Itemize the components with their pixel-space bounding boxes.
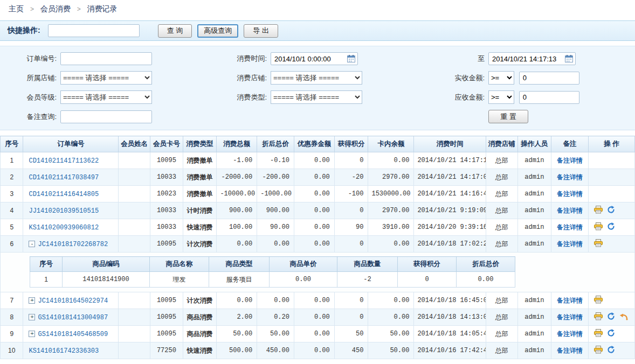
own-shop-select[interactable]: ===== 请选择 =====	[60, 71, 152, 85]
revoke-icon[interactable]	[607, 329, 615, 339]
print-icon[interactable]	[594, 239, 603, 249]
export-button[interactable]: 导 出	[244, 24, 278, 38]
note-detail-link[interactable]: 备注详情	[557, 207, 583, 214]
due-amount-input[interactable]	[519, 91, 579, 104]
order-number-link[interactable]: GS1410181405468509	[38, 331, 108, 338]
breadcrumb-separator: >	[77, 5, 81, 13]
order-number-link[interactable]: JC1410181645022974	[38, 297, 108, 305]
breadcrumb-current-page: 消费记录	[87, 4, 118, 13]
operator-cell: admin	[517, 186, 551, 202]
consume-type-cell: 消费撤单	[183, 152, 217, 169]
discounted-cell: 900.00	[257, 202, 294, 219]
real-amount-operator-select[interactable]: >=	[488, 71, 514, 85]
total-cell: 100.00	[217, 219, 257, 236]
consume-time-from-input[interactable]	[271, 52, 358, 65]
seq-cell: 4	[1, 202, 23, 219]
footer-bar: 当前第1/2页 共12条记录 每页10条 首页上一页12下一页尾页 转到 1 页…	[0, 359, 635, 364]
order-number-link[interactable]: KS1410161742336303	[29, 347, 99, 355]
sub-column-header: 序号	[30, 257, 63, 272]
operator-cell: admin	[517, 326, 551, 342]
product-detail-table: 序号商品编码商品名称商品类型商品单价商品数量获得积分折后总价1141018141…	[30, 256, 515, 288]
balance-cell: 3910.00	[368, 219, 414, 236]
print-icon[interactable]	[594, 346, 603, 355]
query-button[interactable]: 查 询	[158, 24, 192, 38]
consume-type-cell: 消费撤单	[183, 186, 217, 202]
table-row: 6-JC141018170226878210095计次消费0.000.000.0…	[1, 236, 635, 253]
note-detail-link[interactable]: 备注详情	[557, 240, 583, 248]
consume-shop-select[interactable]: ===== 请选择 =====	[271, 71, 362, 85]
column-header: 消费店铺	[486, 136, 517, 152]
order-number-link[interactable]: CD1410211417038497	[29, 174, 99, 181]
shop-cell: 总部	[486, 326, 517, 342]
sub-table-data-row: 1141018141900理发服务项目0.00-200.00	[30, 272, 515, 288]
order-no-input[interactable]	[60, 52, 152, 65]
revoke-icon[interactable]	[607, 222, 615, 232]
breadcrumb-home[interactable]: 主页	[9, 4, 24, 13]
revoke-icon[interactable]	[607, 346, 615, 355]
table-row: 5KS141020093906081210033快速消费100.0090.000…	[1, 219, 635, 236]
table-row: 1CD141021141711362210095消费撤单-1.00-0.100.…	[1, 152, 635, 169]
points-cell: 0	[334, 309, 368, 326]
note-cell: 备注详情	[551, 292, 589, 309]
reset-button[interactable]: 重 置	[488, 110, 528, 123]
note-cell: 备注详情	[551, 309, 589, 326]
order-number-link[interactable]: JC1410181702268782	[38, 241, 108, 248]
note-detail-link[interactable]: 备注详情	[557, 190, 583, 198]
consumption-table-body: 1CD141021141711362210095消费撤单-1.00-0.100.…	[1, 152, 635, 359]
advanced-query-button[interactable]: 高级查询	[197, 24, 238, 38]
note-detail-link[interactable]: 备注详情	[557, 347, 583, 354]
sub-table-header-row: 序号商品编码商品名称商品类型商品单价商品数量获得积分折后总价	[30, 257, 515, 272]
operator-cell: admin	[517, 342, 551, 359]
order-number-link[interactable]: CD1410211416414805	[29, 191, 99, 198]
expand-icon[interactable]: +	[29, 331, 35, 337]
card-no-cell: 10033	[150, 169, 183, 186]
note-cell: 备注详情	[551, 169, 589, 186]
member-name-cell	[119, 202, 150, 219]
calendar-icon[interactable]	[347, 55, 355, 64]
table-row: 9+GS141018140546850910095商品消费50.0050.000…	[1, 326, 635, 342]
coupon-cell: 0.00	[294, 169, 334, 186]
print-icon[interactable]	[594, 222, 603, 232]
note-detail-link[interactable]: 备注详情	[557, 297, 583, 304]
member-level-label: 会员等级:	[0, 93, 60, 102]
collapse-icon[interactable]: -	[29, 241, 35, 247]
card-no-cell: 77250	[150, 342, 183, 359]
column-header: 会员姓名	[119, 136, 150, 152]
real-amount-input[interactable]	[519, 72, 579, 85]
note-detail-link[interactable]: 备注详情	[557, 157, 583, 164]
points-cell: 0	[334, 152, 368, 169]
note-query-input[interactable]	[60, 110, 152, 123]
expand-icon[interactable]: +	[29, 297, 35, 304]
consume-type-select[interactable]: ===== 请选择 =====	[271, 90, 362, 104]
expand-icon[interactable]: +	[29, 314, 35, 320]
member-level-select[interactable]: ===== 请选择 =====	[60, 90, 152, 104]
calendar-icon[interactable]	[565, 55, 573, 64]
revoke-icon[interactable]	[607, 312, 615, 322]
print-icon[interactable]	[594, 206, 603, 215]
note-detail-link[interactable]: 备注详情	[557, 313, 583, 321]
quick-search-input[interactable]	[48, 24, 140, 37]
breadcrumb-member-consume[interactable]: 会员消费	[40, 4, 71, 13]
table-row: 8+GS141018141300498710095商品消费2.000.200.0…	[1, 309, 635, 326]
order-number-link[interactable]: GS1410181413004987	[38, 314, 108, 321]
print-icon[interactable]	[594, 296, 603, 305]
revoke-icon[interactable]	[607, 206, 615, 215]
order-number-link[interactable]: KS1410200939060812	[29, 224, 99, 232]
consume-time-to-input[interactable]	[488, 52, 576, 65]
print-icon[interactable]	[594, 329, 603, 339]
balance-cell: 0.00	[368, 309, 414, 326]
due-amount-operator-select[interactable]: >=	[488, 90, 514, 104]
note-detail-link[interactable]: 备注详情	[557, 330, 583, 338]
order-number-link[interactable]: CD1410211417113622	[29, 157, 99, 165]
note-detail-link[interactable]: 备注详情	[557, 173, 583, 181]
operations-cell	[588, 236, 634, 253]
discounted-cell: -0.10	[257, 152, 294, 169]
coupon-cell: 0.00	[294, 326, 334, 342]
discounted-cell: 0.00	[257, 236, 294, 253]
return-icon[interactable]	[619, 313, 628, 322]
seq-cell: 9	[1, 326, 23, 342]
order-number-link[interactable]: JJ1410201039510515	[29, 207, 99, 215]
member-name-cell	[119, 152, 150, 169]
print-icon[interactable]	[594, 312, 603, 322]
note-detail-link[interactable]: 备注详情	[557, 223, 583, 231]
